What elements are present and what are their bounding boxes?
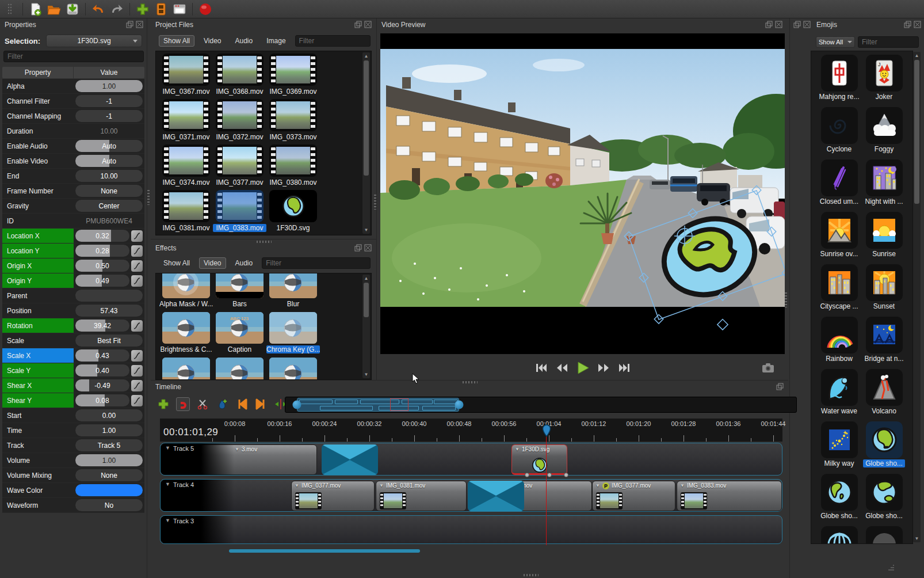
property-value-slider[interactable]: 0.28 [75,245,129,257]
chevron-down-icon[interactable]: ▼ [165,445,170,451]
filter-input[interactable] [295,35,371,47]
file-item[interactable]: IMG_0368.mov [213,54,266,96]
splitter-handle[interactable] [147,190,150,205]
file-item[interactable]: IMG_0371.mov [159,99,213,141]
property-row[interactable]: Waveform No [2,498,144,513]
property-value-slider[interactable]: 1.00 [75,454,143,466]
timeline-clip[interactable]: ▼1F30D.svg [511,444,567,475]
emoji-item[interactable]: Cyclone [818,107,860,153]
property-value-slider[interactable]: -0.49 [75,379,129,391]
property-row[interactable]: Rotation 39.42 [2,318,144,333]
file-item[interactable]: IMG_0383.mov [213,190,266,232]
float-panel-icon[interactable] [354,244,362,252]
timeline-track[interactable]: ▼IMG_0377.mov ▼IMG_0381.mov ▼IMG_0368.mo… [160,479,782,512]
effects-scrollbar[interactable]: ▲ ▼ [362,275,370,378]
file-item[interactable]: IMG_0372.mov [213,99,266,141]
add-track-icon[interactable] [156,397,170,411]
timeline-transition[interactable] [468,481,524,511]
close-panel-icon[interactable] [364,244,372,252]
file-item[interactable]: IMG_0367.mov [159,54,213,96]
splitter-handle[interactable] [785,292,787,307]
clip-menu-icon[interactable]: ▼ [515,447,520,452]
scrollbar-thumb[interactable] [914,60,919,204]
property-row[interactable]: Frame Number None [2,184,144,199]
emoji-filter-input[interactable] [858,36,919,48]
file-item[interactable]: IMG_0377.mov [213,144,266,187]
fast-forward-button[interactable] [596,362,611,374]
property-value-slider[interactable]: 10.00 [75,170,143,182]
emoji-item[interactable]: Closed um... [818,159,860,206]
property-row[interactable]: Gravity Center [2,199,144,214]
playhead-marker[interactable] [542,424,551,439]
emoji-item[interactable]: Sunset [863,264,905,310]
project-files-scrollbar[interactable]: ▲ ▼ [362,52,370,234]
timeline-clip[interactable]: ▼IMG_0383.mov [677,481,782,511]
clip-menu-icon[interactable]: ▼ [295,483,299,488]
property-row[interactable]: Parent [2,288,144,303]
tab-audio[interactable]: Audio [231,257,258,269]
close-panel-icon[interactable] [136,21,143,28]
property-value-slider[interactable]: 0.00 [75,409,143,421]
effect-item[interactable]: Chroma Key (G... [266,312,320,353]
property-value-slider[interactable]: 0.08 [75,394,129,406]
save-project-icon[interactable] [65,2,80,17]
property-row[interactable]: Start 0.00 [2,408,144,423]
property-row[interactable]: Scale X 0.43 [2,348,144,363]
clip-menu-icon[interactable]: ▼ [235,447,239,452]
track-header[interactable]: ▼ Track 3 [161,516,234,543]
emoji-item[interactable] [818,526,860,544]
emoji-item[interactable]: Volcano [863,369,905,415]
property-row[interactable]: Origin X 0.50 [2,258,144,273]
keyframe-icon[interactable] [131,380,143,391]
scroll-up-icon[interactable]: ▲ [914,53,919,58]
file-item[interactable]: IMG_0374.mov [159,144,213,187]
timeline-track[interactable]: ▼ Track 3 [160,515,782,544]
property-value-slider[interactable]: 0.49 [75,275,129,287]
emoji-scrollbar[interactable]: ▲ ▼ [913,52,921,542]
close-panel-icon[interactable] [364,21,372,28]
emoji-item[interactable] [863,526,905,544]
keyframe-icon[interactable] [131,260,143,272]
file-item[interactable]: IMG_0369.mov [266,54,320,96]
property-row[interactable]: Location Y 0.28 [2,244,144,258]
snapping-icon[interactable] [176,397,190,411]
keyframe-icon[interactable] [131,320,143,332]
tab-video[interactable]: Video [199,35,226,47]
tab-show-all[interactable]: Show All [159,35,194,47]
previous-marker-icon[interactable] [235,397,249,411]
property-value-slider[interactable]: 0.50 [75,260,129,272]
property-row[interactable]: Enable Audio Auto [2,139,144,154]
property-row[interactable]: Alpha 1.00 [2,79,144,94]
tab-image[interactable]: Image [262,35,290,47]
file-item[interactable]: IMG_0380.mov [266,144,320,187]
property-row[interactable]: Channel Mapping -1 [2,109,144,124]
emoji-item[interactable]: Cityscape ... [818,264,860,310]
emoji-item[interactable]: Sunrise [863,212,905,258]
property-row[interactable]: Shear X -0.49 [2,378,144,393]
scroll-down-icon[interactable]: ▼ [914,536,919,541]
effect-item[interactable] [266,358,320,380]
effect-item[interactable]: Bars [213,273,266,308]
video-frame[interactable] [380,33,785,354]
property-value-slider[interactable]: 39.42 [75,320,129,332]
rewind-button[interactable] [555,362,570,374]
properties-filter-input[interactable] [3,51,144,62]
float-panel-icon[interactable] [776,383,784,390]
play-button[interactable] [575,362,590,374]
emoji-item[interactable]: Mahjong re... [818,55,860,101]
property-row[interactable]: Wave Color [2,483,144,498]
undo-icon[interactable] [91,2,106,17]
emoji-item[interactable]: Bridge at n... [863,317,905,363]
property-row[interactable]: Location X 0.32 [2,229,144,244]
property-row[interactable]: Scale Y 0.40 [2,363,144,378]
property-row[interactable]: Volume Mixing None [2,468,144,483]
property-row[interactable]: Time 1.00 [2,423,144,438]
keyframe-icon[interactable] [131,365,143,377]
property-row[interactable]: Track Track 5 [2,438,144,453]
timeline-track[interactable]: ▼3.mov ▼1F30D.svg ▼ Track 5 [160,443,782,476]
tab-show-all[interactable]: Show All [159,257,194,269]
emoji-item[interactable]: Water wave [818,369,860,415]
zoom-handle-right[interactable] [455,401,464,409]
property-value-slider[interactable]: Center [75,200,143,212]
effect-item[interactable] [159,358,213,380]
